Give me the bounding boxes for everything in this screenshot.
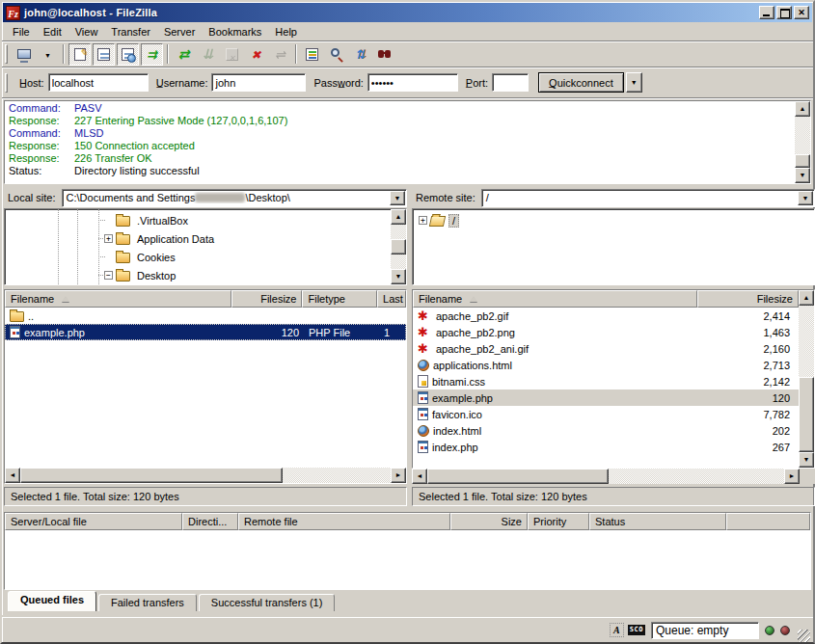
column-header-filesize[interactable]: Filesize [231,290,303,308]
password-input[interactable] [367,73,458,92]
file-row-apache_pb2.png[interactable]: apache_pb2.png 1,463 [413,324,799,340]
file-row-apache_pb2.gif[interactable]: apache_pb2.gif 2,414 [413,308,799,324]
tree-item-desktop[interactable]: − Desktop [5,266,391,284]
reconnect-button[interactable] [269,43,291,66]
cancel-button[interactable] [221,43,243,66]
menu-item-edit[interactable]: Edit [37,24,68,40]
column-header-size[interactable]: Size [450,513,528,530]
file-row-applications.html[interactable]: applications.html 2,713 [413,357,799,373]
scroll-thumb[interactable] [20,468,283,483]
column-header-filetype[interactable]: Filetype [302,290,377,308]
menu-item-file[interactable]: File [6,24,37,40]
folder-icon [116,234,130,245]
tab-successful-transfers-1-[interactable]: Successful transfers (1) [199,594,336,611]
toolbar-gripper[interactable] [5,44,8,64]
speed-limits-icon[interactable]: SCO [628,625,645,635]
local-tree-scrollbar[interactable]: ▲ ▼ [391,209,406,284]
menu-item-server[interactable]: Server [157,24,202,40]
file-row-apache_pb2_ani.gif[interactable]: apache_pb2_ani.gif 2,160 [413,340,799,357]
find-button[interactable] [373,43,395,66]
file-row-bitnami.css[interactable]: bitnami.css 2,142 [413,373,799,389]
column-header-directi-[interactable]: Directi... [182,513,238,530]
site-manager-button[interactable] [13,43,35,66]
local-hscrollbar[interactable]: ◄ ► [5,468,406,483]
chevron-down-icon[interactable]: ▼ [390,191,405,205]
toggle-message-log-button[interactable] [68,43,91,66]
site-manager-dropdown-button[interactable] [37,43,59,66]
compare-button[interactable] [325,43,347,66]
title-bar[interactable]: Fz john@localhost - FileZilla ✕ [3,3,812,22]
port-input[interactable] [492,73,529,92]
scroll-thumb[interactable] [795,154,810,168]
scroll-thumb[interactable] [799,377,814,452]
toolbar-gripper[interactable] [5,73,8,93]
minimize-button[interactable] [759,6,774,19]
remote-path-combo[interactable]: / ▼ [481,189,815,207]
filter-button[interactable] [301,43,323,66]
file-row-example.php[interactable]: example.php 120 [413,389,799,406]
file-row-favicon.ico[interactable]: favicon.ico 7,782 [413,406,799,422]
file-size: 202 [698,425,795,437]
remote-list-scrollbar[interactable]: ▲ ▼ [799,290,814,468]
scroll-right-icon[interactable]: ► [784,469,800,484]
toggle-remote-tree-button[interactable] [117,43,139,66]
resize-grip[interactable] [798,630,810,642]
file-row-index.html[interactable]: index.html 202 [413,422,799,439]
menu-item-transfer[interactable]: Transfer [104,24,157,40]
scroll-up-icon[interactable]: ▲ [795,101,810,117]
toggle-queue-button[interactable] [141,43,163,66]
host-input[interactable] [48,73,149,92]
menu-item-help[interactable]: Help [268,24,304,40]
scroll-up-icon[interactable]: ▲ [391,209,406,225]
file-row-..[interactable]: .. [5,308,406,324]
local-path-combo[interactable]: C:\Documents and Settings\Desktop\ ▼ [62,189,407,207]
tab-failed-transfers[interactable]: Failed transfers [98,594,197,611]
maximize-button[interactable] [776,6,792,19]
column-header-status[interactable]: Status [589,513,726,530]
column-header-empty [726,513,810,530]
html-file-icon [418,360,429,371]
column-header-last-modified[interactable]: Last modified [377,290,406,308]
menu-item-view[interactable]: View [68,24,105,40]
tab-queued-files[interactable]: Queued files [8,591,96,611]
scroll-down-icon[interactable]: ▼ [795,168,810,183]
sync-browse-button[interactable] [349,43,371,66]
column-header-remote-file[interactable]: Remote file [238,513,450,530]
column-header-filesize[interactable]: Filesize [697,290,800,308]
tree-item-cookies[interactable]: Cookies [5,248,391,266]
tree-expander-icon[interactable]: + [104,234,113,243]
column-header-server-local-file[interactable]: Server/Local file [5,513,182,530]
scroll-down-icon[interactable]: ▼ [799,452,814,468]
menu-item-bookmarks[interactable]: Bookmarks [202,24,268,40]
quickconnect-button[interactable]: Q̲uickconnect [538,72,624,93]
toggle-local-tree-button[interactable] [93,43,115,66]
scroll-up-icon[interactable]: ▲ [799,290,814,306]
tree-expander-icon[interactable]: − [104,271,113,280]
refresh-button[interactable] [173,43,195,66]
tree-item--virtualbox[interactable]: .VirtualBox [5,211,391,229]
close-button[interactable]: ✕ [794,6,809,19]
tree-item-root[interactable]: + / [413,211,814,229]
process-queue-button[interactable] [197,43,219,66]
username-input[interactable] [211,73,306,92]
file-row-index.php[interactable]: index.php 267 [413,439,799,455]
tree-item-application-data[interactable]: + Application Data [5,229,391,248]
queue-body[interactable] [5,530,810,589]
scroll-left-icon[interactable]: ◄ [5,468,20,483]
tree-expander-icon[interactable]: + [419,216,427,225]
file-row-example.php[interactable]: example.php 120 PHP File 1 [5,324,406,340]
scroll-right-icon[interactable]: ► [391,468,406,483]
column-header-filename[interactable]: Filename [5,290,231,308]
scroll-down-icon[interactable]: ▼ [391,269,406,284]
disconnect-button[interactable] [245,43,267,66]
scroll-thumb[interactable] [391,239,406,255]
scroll-left-icon[interactable]: ◄ [412,469,427,484]
chevron-down-icon[interactable]: ▼ [798,191,813,205]
tree-item-label: .VirtualBox [134,215,191,227]
remote-hscrollbar[interactable]: ◄ ► [412,469,800,484]
log-scrollbar[interactable]: ▲ ▼ [795,101,810,183]
quickconnect-dropdown-icon[interactable]: ▼ [626,72,642,93]
scroll-thumb[interactable] [427,469,609,484]
column-header-priority[interactable]: Priority [528,513,589,530]
column-header-filename[interactable]: Filename [413,290,697,308]
